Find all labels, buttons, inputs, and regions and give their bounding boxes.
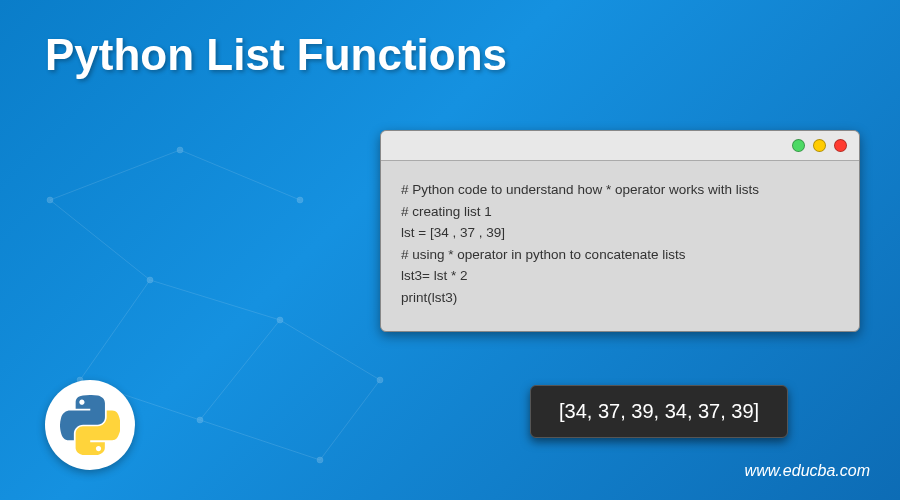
svg-point-17 xyxy=(177,147,183,153)
svg-line-1 xyxy=(80,280,150,380)
svg-point-18 xyxy=(297,197,303,203)
code-line: lst3= lst * 2 xyxy=(401,265,839,287)
svg-point-13 xyxy=(277,317,283,323)
svg-point-14 xyxy=(197,417,203,423)
code-line: lst = [34 , 37 , 39] xyxy=(401,222,839,244)
svg-point-10 xyxy=(47,197,53,203)
svg-line-0 xyxy=(50,200,150,280)
code-line: # Python code to understand how * operat… xyxy=(401,179,839,201)
output-box: [34, 37, 39, 34, 37, 39] xyxy=(530,385,788,438)
code-line: print(lst3) xyxy=(401,287,839,309)
window-close-icon[interactable] xyxy=(834,139,847,152)
svg-line-9 xyxy=(180,150,300,200)
svg-line-7 xyxy=(320,380,380,460)
svg-point-11 xyxy=(147,277,153,283)
svg-line-2 xyxy=(150,280,280,320)
code-body: # Python code to understand how * operat… xyxy=(381,161,859,331)
svg-point-16 xyxy=(317,457,323,463)
window-maximize-icon[interactable] xyxy=(813,139,826,152)
svg-line-8 xyxy=(50,150,180,200)
python-logo-container xyxy=(45,380,135,470)
code-window: # Python code to understand how * operat… xyxy=(380,130,860,332)
window-minimize-icon[interactable] xyxy=(792,139,805,152)
svg-line-4 xyxy=(280,320,380,380)
window-titlebar xyxy=(381,131,859,161)
website-url: www.educba.com xyxy=(745,462,870,480)
svg-point-15 xyxy=(377,377,383,383)
python-logo-icon xyxy=(60,395,120,455)
page-title: Python List Functions xyxy=(45,30,507,80)
code-line: # using * operator in python to concaten… xyxy=(401,244,839,266)
svg-line-6 xyxy=(200,420,320,460)
svg-line-3 xyxy=(200,320,280,420)
code-line: # creating list 1 xyxy=(401,201,839,223)
